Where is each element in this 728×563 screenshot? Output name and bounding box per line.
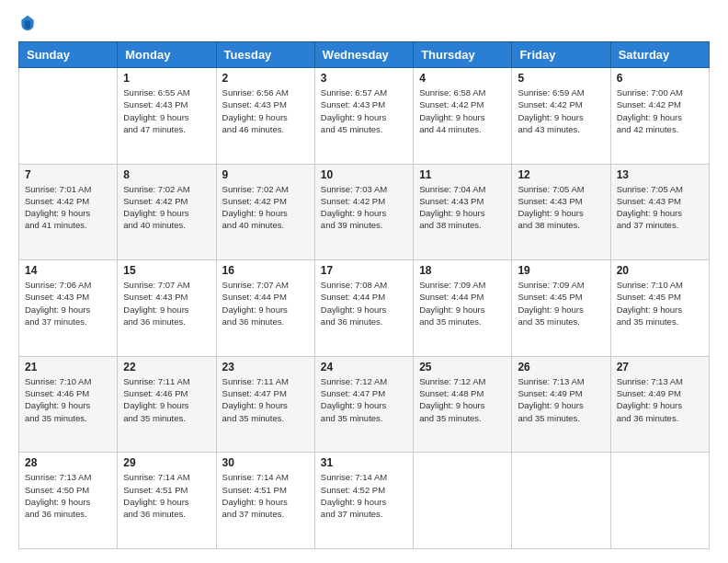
day-info: Sunrise: 6:57 AM Sunset: 4:43 PM Dayligh… xyxy=(321,86,407,135)
day-number: 30 xyxy=(222,456,309,469)
weekday-header-sunday: Sunday xyxy=(19,42,118,68)
day-number: 2 xyxy=(222,72,309,85)
day-info: Sunrise: 7:04 AM Sunset: 4:43 PM Dayligh… xyxy=(419,183,506,232)
day-number: 12 xyxy=(518,168,604,181)
day-number: 31 xyxy=(321,456,407,469)
weekday-header-saturday: Saturday xyxy=(610,42,709,68)
day-number: 9 xyxy=(222,168,309,181)
day-number: 1 xyxy=(123,72,210,85)
day-number: 4 xyxy=(419,72,506,85)
week-row-2: 7Sunrise: 7:01 AM Sunset: 4:42 PM Daylig… xyxy=(19,164,710,260)
day-info: Sunrise: 7:13 AM Sunset: 4:50 PM Dayligh… xyxy=(25,471,111,520)
week-row-3: 14Sunrise: 7:06 AM Sunset: 4:43 PM Dayli… xyxy=(19,260,710,357)
day-info: Sunrise: 6:55 AM Sunset: 4:43 PM Dayligh… xyxy=(123,86,210,135)
day-number: 19 xyxy=(518,264,604,277)
day-number: 26 xyxy=(518,361,604,373)
day-cell: 18Sunrise: 7:09 AM Sunset: 4:44 PM Dayli… xyxy=(414,260,512,357)
week-row-5: 28Sunrise: 7:13 AM Sunset: 4:50 PM Dayli… xyxy=(19,453,710,549)
day-cell xyxy=(610,453,709,549)
day-info: Sunrise: 7:09 AM Sunset: 4:45 PM Dayligh… xyxy=(518,279,604,327)
day-number: 21 xyxy=(25,361,111,373)
day-cell: 20Sunrise: 7:10 AM Sunset: 4:45 PM Dayli… xyxy=(610,260,709,357)
day-info: Sunrise: 6:58 AM Sunset: 4:42 PM Dayligh… xyxy=(419,86,506,135)
day-info: Sunrise: 7:02 AM Sunset: 4:42 PM Dayligh… xyxy=(123,183,210,232)
day-number: 11 xyxy=(419,168,506,181)
day-cell: 25Sunrise: 7:12 AM Sunset: 4:48 PM Dayli… xyxy=(414,356,512,453)
day-info: Sunrise: 7:00 AM Sunset: 4:42 PM Dayligh… xyxy=(617,86,703,135)
weekday-header-tuesday: Tuesday xyxy=(216,42,314,68)
weekday-header-thursday: Thursday xyxy=(414,42,512,68)
day-cell: 2Sunrise: 6:56 AM Sunset: 4:43 PM Daylig… xyxy=(216,68,314,165)
day-cell: 19Sunrise: 7:09 AM Sunset: 4:45 PM Dayli… xyxy=(512,260,610,357)
day-info: Sunrise: 7:11 AM Sunset: 4:47 PM Dayligh… xyxy=(222,375,309,424)
day-number: 25 xyxy=(419,361,506,373)
day-number: 22 xyxy=(123,361,210,373)
day-number: 23 xyxy=(222,361,309,373)
day-cell: 8Sunrise: 7:02 AM Sunset: 4:42 PM Daylig… xyxy=(118,164,216,260)
logo-icon xyxy=(18,14,37,32)
day-cell: 26Sunrise: 7:13 AM Sunset: 4:49 PM Dayli… xyxy=(512,356,610,453)
day-number: 15 xyxy=(123,264,210,277)
header xyxy=(18,14,710,32)
day-number: 3 xyxy=(321,72,407,85)
day-info: Sunrise: 7:05 AM Sunset: 4:43 PM Dayligh… xyxy=(617,183,703,232)
day-number: 5 xyxy=(518,72,604,85)
day-number: 7 xyxy=(25,168,111,181)
day-cell: 4Sunrise: 6:58 AM Sunset: 4:42 PM Daylig… xyxy=(414,68,512,165)
day-cell xyxy=(414,453,512,549)
day-info: Sunrise: 7:14 AM Sunset: 4:52 PM Dayligh… xyxy=(321,471,407,520)
day-number: 18 xyxy=(419,264,506,277)
day-cell: 12Sunrise: 7:05 AM Sunset: 4:43 PM Dayli… xyxy=(512,164,610,260)
day-cell: 11Sunrise: 7:04 AM Sunset: 4:43 PM Dayli… xyxy=(414,164,512,260)
day-info: Sunrise: 7:08 AM Sunset: 4:44 PM Dayligh… xyxy=(321,279,407,327)
day-info: Sunrise: 7:10 AM Sunset: 4:46 PM Dayligh… xyxy=(25,375,111,424)
day-cell: 21Sunrise: 7:10 AM Sunset: 4:46 PM Dayli… xyxy=(19,356,118,453)
day-cell: 9Sunrise: 7:02 AM Sunset: 4:42 PM Daylig… xyxy=(216,164,314,260)
day-cell: 14Sunrise: 7:06 AM Sunset: 4:43 PM Dayli… xyxy=(19,260,118,357)
day-cell: 16Sunrise: 7:07 AM Sunset: 4:44 PM Dayli… xyxy=(216,260,314,357)
day-info: Sunrise: 7:12 AM Sunset: 4:48 PM Dayligh… xyxy=(419,375,506,424)
weekday-header-wednesday: Wednesday xyxy=(314,42,413,68)
day-number: 10 xyxy=(321,168,407,181)
day-cell: 13Sunrise: 7:05 AM Sunset: 4:43 PM Dayli… xyxy=(610,164,709,260)
day-info: Sunrise: 7:07 AM Sunset: 4:44 PM Dayligh… xyxy=(222,279,309,327)
day-info: Sunrise: 7:14 AM Sunset: 4:51 PM Dayligh… xyxy=(222,471,309,520)
day-cell: 3Sunrise: 6:57 AM Sunset: 4:43 PM Daylig… xyxy=(314,68,413,165)
day-number: 29 xyxy=(123,456,210,469)
week-row-1: 1Sunrise: 6:55 AM Sunset: 4:43 PM Daylig… xyxy=(19,68,710,165)
day-cell: 27Sunrise: 7:13 AM Sunset: 4:49 PM Dayli… xyxy=(610,356,709,453)
weekday-header-friday: Friday xyxy=(512,42,610,68)
day-cell: 17Sunrise: 7:08 AM Sunset: 4:44 PM Dayli… xyxy=(314,260,413,357)
day-info: Sunrise: 7:05 AM Sunset: 4:43 PM Dayligh… xyxy=(518,183,604,232)
day-cell: 5Sunrise: 6:59 AM Sunset: 4:42 PM Daylig… xyxy=(512,68,610,165)
day-info: Sunrise: 7:02 AM Sunset: 4:42 PM Dayligh… xyxy=(222,183,309,232)
day-info: Sunrise: 7:12 AM Sunset: 4:47 PM Dayligh… xyxy=(321,375,407,424)
day-number: 16 xyxy=(222,264,309,277)
day-number: 17 xyxy=(321,264,407,277)
week-row-4: 21Sunrise: 7:10 AM Sunset: 4:46 PM Dayli… xyxy=(19,356,710,453)
day-info: Sunrise: 7:01 AM Sunset: 4:42 PM Dayligh… xyxy=(25,183,111,232)
day-cell: 10Sunrise: 7:03 AM Sunset: 4:42 PM Dayli… xyxy=(314,164,413,260)
day-cell: 30Sunrise: 7:14 AM Sunset: 4:51 PM Dayli… xyxy=(216,453,314,549)
weekday-header-monday: Monday xyxy=(118,42,216,68)
day-info: Sunrise: 7:06 AM Sunset: 4:43 PM Dayligh… xyxy=(25,279,111,327)
day-cell: 28Sunrise: 7:13 AM Sunset: 4:50 PM Dayli… xyxy=(19,453,118,549)
day-info: Sunrise: 7:10 AM Sunset: 4:45 PM Dayligh… xyxy=(617,279,703,327)
day-info: Sunrise: 6:59 AM Sunset: 4:42 PM Dayligh… xyxy=(518,86,604,135)
day-cell: 22Sunrise: 7:11 AM Sunset: 4:46 PM Dayli… xyxy=(118,356,216,453)
page: SundayMondayTuesdayWednesdayThursdayFrid… xyxy=(0,0,728,563)
day-cell: 24Sunrise: 7:12 AM Sunset: 4:47 PM Dayli… xyxy=(314,356,413,453)
day-info: Sunrise: 7:13 AM Sunset: 4:49 PM Dayligh… xyxy=(518,375,604,424)
weekday-header-row: SundayMondayTuesdayWednesdayThursdayFrid… xyxy=(19,42,710,68)
day-cell: 15Sunrise: 7:07 AM Sunset: 4:43 PM Dayli… xyxy=(118,260,216,357)
day-info: Sunrise: 7:03 AM Sunset: 4:42 PM Dayligh… xyxy=(321,183,407,232)
day-info: Sunrise: 6:56 AM Sunset: 4:43 PM Dayligh… xyxy=(222,86,309,135)
day-cell xyxy=(512,453,610,549)
day-number: 8 xyxy=(123,168,210,181)
day-info: Sunrise: 7:14 AM Sunset: 4:51 PM Dayligh… xyxy=(123,471,210,520)
day-number: 24 xyxy=(321,361,407,373)
day-info: Sunrise: 7:13 AM Sunset: 4:49 PM Dayligh… xyxy=(617,375,703,424)
day-number: 20 xyxy=(617,264,703,277)
day-cell: 6Sunrise: 7:00 AM Sunset: 4:42 PM Daylig… xyxy=(610,68,709,165)
day-cell: 23Sunrise: 7:11 AM Sunset: 4:47 PM Dayli… xyxy=(216,356,314,453)
